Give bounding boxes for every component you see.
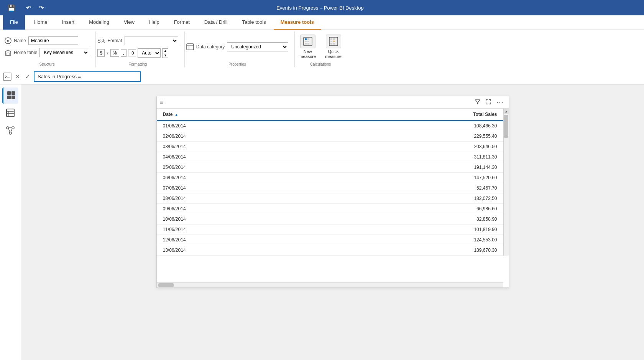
visual-drag-handle[interactable]: ≡ xyxy=(160,99,163,106)
tab-measuretools[interactable]: Measure tools xyxy=(274,15,321,30)
filter-button[interactable] xyxy=(473,98,482,106)
vertical-scrollbar[interactable]: ▲ xyxy=(503,109,509,256)
svg-rect-21 xyxy=(3,73,11,81)
svg-rect-18 xyxy=(330,43,332,45)
table-scroll-container: Date ▲ Total Sales 01/06/2014108,466.300… xyxy=(157,109,509,256)
formula-bar: ✕ ✓ xyxy=(0,69,644,84)
focus-mode-button[interactable] xyxy=(484,98,493,106)
total-sales-cell: 229,555.40 xyxy=(328,131,503,142)
more-options-button[interactable]: ··· xyxy=(495,98,505,107)
canvas-area: ≡ ··· xyxy=(21,84,644,360)
h-scroll-thumb[interactable] xyxy=(158,283,174,287)
data-category-select[interactable]: Uncategorized Address City Country Latit… xyxy=(227,42,288,51)
auto-up-button[interactable]: ▲ xyxy=(162,48,168,53)
calculations-label: Calculations xyxy=(296,62,345,67)
date-cell: 12/06/2014 xyxy=(157,235,328,245)
date-cell: 08/06/2014 xyxy=(157,193,328,204)
ribbon-group-calculations: Newmeasure xyxy=(295,31,351,67)
svg-text:n: n xyxy=(7,39,9,43)
date-cell: 11/06/2014 xyxy=(157,225,328,235)
tab-tabletools[interactable]: Table tools xyxy=(235,15,273,30)
undo-redo-group: ↶ ↷ xyxy=(23,3,47,13)
tab-home[interactable]: Home xyxy=(27,15,54,30)
quick-measure-label: Quickmeasure xyxy=(325,49,342,59)
formula-cancel-button[interactable]: ✕ xyxy=(14,73,21,81)
svg-rect-25 xyxy=(7,96,11,99)
total-sales-cell: 82,858.90 xyxy=(328,214,503,225)
tab-format[interactable]: Format xyxy=(167,15,197,30)
date-cell: 03/06/2014 xyxy=(157,142,328,152)
scroll-thumb[interactable] xyxy=(504,115,508,138)
save-button[interactable]: 💾 xyxy=(5,3,18,13)
svg-line-36 xyxy=(11,129,12,132)
tab-modeling[interactable]: Modeling xyxy=(82,15,116,30)
quick-measure-icon xyxy=(326,35,341,48)
left-sidebar xyxy=(0,84,21,360)
undo-button[interactable]: ↶ xyxy=(23,3,34,13)
ribbon-group-structure: n Name Home table Key Measures xyxy=(3,31,96,67)
table-header-row: Date ▲ Total Sales xyxy=(157,109,503,121)
report-icon xyxy=(7,91,16,101)
name-field: n Name xyxy=(5,36,89,45)
date-column-header[interactable]: Date ▲ xyxy=(157,109,328,121)
name-icon: n xyxy=(5,37,12,44)
visual-header: ≡ ··· xyxy=(157,96,509,109)
home-table-select[interactable]: Key Measures Sales Products Customers xyxy=(39,48,89,57)
total-sales-column-header[interactable]: Total Sales xyxy=(328,109,503,121)
horizontal-scrollbar[interactable] xyxy=(157,282,503,287)
quick-measure-button[interactable]: Quickmeasure xyxy=(322,33,345,61)
sidebar-report-button[interactable] xyxy=(2,88,18,104)
table-row: 12/06/2014124,553.00 xyxy=(157,235,503,245)
redo-button[interactable]: ↷ xyxy=(36,3,47,13)
title-bar: 💾 ↶ ↷ Events in Progress – Power BI Desk… xyxy=(0,0,644,15)
properties-label: Properties xyxy=(186,62,289,67)
properties-group-content: Data category Uncategorized Address City… xyxy=(186,33,289,61)
svg-rect-24 xyxy=(12,91,15,95)
tab-help[interactable]: Help xyxy=(142,15,166,30)
table-row: 01/06/2014108,466.30 xyxy=(157,121,503,131)
tab-datadrill[interactable]: Data / Drill xyxy=(197,15,235,30)
data-category-label: Data category xyxy=(196,44,225,50)
filter-icon xyxy=(475,99,480,104)
save-icon: 💾 xyxy=(8,5,15,11)
svg-point-33 xyxy=(9,132,12,134)
formula-confirm-button[interactable]: ✓ xyxy=(24,73,31,81)
format-buttons-row: $ ▾ % , .0 Auto 0 1 2 3 ▲ xyxy=(97,48,178,58)
date-cell: 04/06/2014 xyxy=(157,152,328,162)
scroll-up-button[interactable]: ▲ xyxy=(504,109,509,114)
auto-select[interactable]: Auto 0 1 2 3 xyxy=(138,48,161,58)
name-input[interactable] xyxy=(28,36,78,45)
ribbon-group-properties: Data category Uncategorized Address City… xyxy=(185,31,295,67)
formatting-label: Formatting xyxy=(97,62,178,67)
formula-bar-icon xyxy=(3,73,12,81)
currency-button[interactable]: $ xyxy=(97,49,105,57)
comma-button[interactable]: , xyxy=(121,49,127,57)
sidebar-model-button[interactable] xyxy=(2,123,18,139)
svg-rect-10 xyxy=(307,41,309,42)
total-sales-cell: 101,819.90 xyxy=(328,225,503,235)
data-category-field: Data category Uncategorized Address City… xyxy=(186,42,289,51)
svg-line-35 xyxy=(8,129,10,132)
percent-button[interactable]: % xyxy=(110,49,119,57)
tab-insert[interactable]: Insert xyxy=(55,15,82,30)
table-row: 04/06/2014311,811.30 xyxy=(157,152,503,162)
table-row: 06/06/2014147,520.60 xyxy=(157,173,503,183)
total-sales-cell: 189,670.30 xyxy=(328,245,503,256)
tab-file[interactable]: File xyxy=(3,15,25,30)
more-options-icon: ··· xyxy=(496,99,504,106)
date-cell: 05/06/2014 xyxy=(157,162,328,173)
total-sales-cell: 66,986.60 xyxy=(328,204,503,214)
svg-rect-23 xyxy=(7,91,11,95)
sidebar-table-button[interactable] xyxy=(2,105,18,121)
main-layout: ≡ ··· xyxy=(0,84,644,360)
auto-down-button[interactable]: ▼ xyxy=(162,53,168,58)
decimal-inc-button[interactable]: .0 xyxy=(128,50,136,56)
new-measure-button[interactable]: Newmeasure xyxy=(296,33,319,61)
tab-view[interactable]: View xyxy=(117,15,141,30)
format-select[interactable]: General Currency Percentage Decimal xyxy=(125,36,178,45)
table-row: 02/06/2014229,555.40 xyxy=(157,131,503,142)
formula-input[interactable] xyxy=(34,71,141,82)
currency-dropdown-arrow[interactable]: ▾ xyxy=(107,51,108,55)
date-cell: 06/06/2014 xyxy=(157,173,328,183)
structure-label: Structure xyxy=(5,62,89,67)
